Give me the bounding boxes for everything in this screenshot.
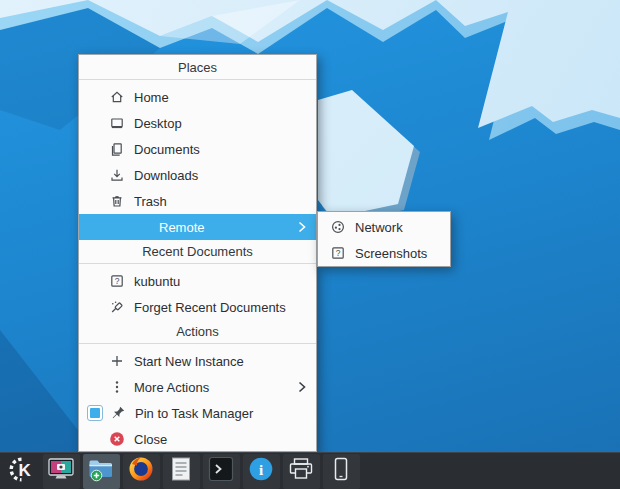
taskbar-item-firefox[interactable] [123, 454, 160, 489]
taskbar-item-kdeconnect-phone[interactable] [323, 454, 360, 489]
info-icon: i [248, 456, 274, 486]
menu-item-trash[interactable]: Trash [79, 188, 316, 214]
printer-icon [288, 457, 314, 486]
home-icon [109, 89, 125, 105]
close-icon [109, 431, 125, 447]
menu-item-home[interactable]: Home [79, 84, 316, 110]
menu-item-close[interactable]: Close [79, 426, 316, 452]
kde-launcher-icon: K [8, 456, 35, 487]
menu-item-start-new-instance[interactable]: Start New Instance [79, 348, 316, 374]
menu-item-remote[interactable]: Remote [79, 214, 316, 240]
menu-item-label: Desktop [134, 116, 306, 131]
menu-item-kubuntu[interactable]: ? kubuntu [79, 268, 316, 294]
taskbar-item-printer[interactable] [283, 454, 320, 489]
section-header-places: Places [79, 56, 316, 80]
menu-item-forget-recent-documents[interactable]: Forget Recent Documents [79, 294, 316, 320]
firefox-icon [127, 455, 155, 487]
menu-item-label: Documents [134, 142, 306, 157]
menu-item-documents[interactable]: Documents [79, 136, 316, 162]
terminal-icon [208, 456, 234, 486]
pin-checkbox[interactable] [87, 405, 103, 421]
menu-item-label: More Actions [134, 380, 298, 395]
submenu-chevron-icon [298, 381, 306, 393]
menu-item-label: Pin to Task Manager [135, 406, 306, 421]
text-editor-icon [170, 456, 192, 486]
plus-icon [109, 353, 125, 369]
taskbar-item-app-launcher[interactable]: K [3, 454, 40, 489]
empty-icon-slot [109, 219, 125, 235]
taskbar-context-menu: Places Home Desktop Documents [78, 54, 317, 452]
taskbar-item-terminal[interactable] [203, 454, 240, 489]
section-header-recent-documents: Recent Documents [79, 240, 316, 264]
pin-icon [110, 405, 126, 421]
display-settings-icon [47, 456, 75, 486]
unknown-file-icon: ? [109, 273, 125, 289]
menu-item-pin-to-task-manager[interactable]: Pin to Task Manager [79, 400, 316, 426]
remote-submenu: Network ? Screenshots [317, 211, 451, 267]
network-icon [330, 219, 346, 235]
menu-item-label: kubuntu [134, 274, 306, 289]
submenu-chevron-icon [298, 221, 306, 233]
submenu-item-screenshots[interactable]: ? Screenshots [318, 240, 450, 266]
menu-item-desktop[interactable]: Desktop [79, 110, 316, 136]
svg-text:?: ? [115, 276, 120, 286]
menu-item-more-actions[interactable]: More Actions [79, 374, 316, 400]
documents-icon [109, 141, 125, 157]
menu-item-label: Remote [159, 220, 298, 235]
taskbar-panel: K [0, 452, 620, 489]
menu-item-downloads[interactable]: Downloads [79, 162, 316, 188]
svg-text:?: ? [336, 248, 341, 258]
taskbar-item-text-editor[interactable] [163, 454, 200, 489]
clear-history-icon [109, 299, 125, 315]
menu-item-label: Start New Instance [134, 354, 306, 369]
menu-item-label: Downloads [134, 168, 306, 183]
svg-text:K: K [18, 460, 31, 479]
download-icon [109, 167, 125, 183]
submenu-item-label: Network [355, 220, 403, 235]
svg-text:i: i [259, 462, 263, 478]
desktop-icon [109, 115, 125, 131]
submenu-item-network[interactable]: Network [318, 214, 450, 240]
menu-item-label: Close [134, 432, 306, 447]
taskbar-item-display-settings[interactable] [43, 454, 80, 489]
submenu-item-label: Screenshots [355, 246, 427, 261]
taskbar-item-info[interactable]: i [243, 454, 280, 489]
taskbar-item-dolphin[interactable] [83, 454, 120, 489]
section-header-actions: Actions [79, 320, 316, 344]
phone-icon [331, 456, 351, 486]
unknown-file-icon: ? [330, 245, 346, 261]
dolphin-folder-icon [87, 456, 115, 486]
menu-item-label: Trash [134, 194, 306, 209]
more-actions-icon [109, 379, 125, 395]
menu-item-label: Home [134, 90, 306, 105]
menu-item-label: Forget Recent Documents [134, 300, 306, 315]
trash-icon [109, 193, 125, 209]
